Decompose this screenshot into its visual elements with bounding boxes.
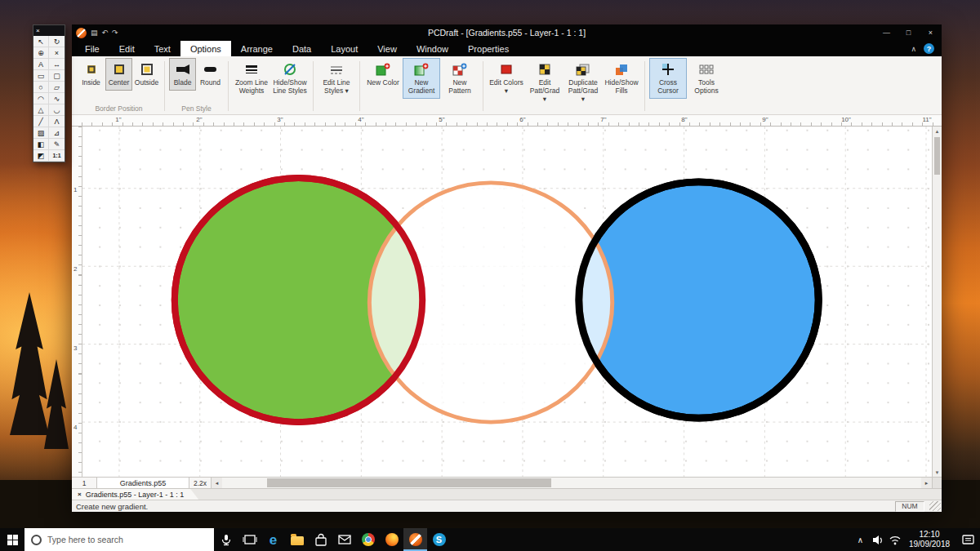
tray-expand-icon[interactable]: ∧ xyxy=(852,528,869,551)
edit-line-styles-button[interactable]: Edit Line Styles ▾ xyxy=(318,58,355,99)
clock[interactable]: 12:10 19/09/2018 xyxy=(903,528,956,551)
menu-arrange[interactable]: Arrange xyxy=(231,41,283,56)
rectangle-tool[interactable]: ▭ xyxy=(33,70,49,82)
menu-properties[interactable]: Properties xyxy=(458,41,519,56)
menu-data[interactable]: Data xyxy=(283,41,321,56)
inside-button[interactable]: Inside xyxy=(78,58,105,91)
outside-button[interactable]: Outside xyxy=(133,58,160,91)
vertical-scrollbar[interactable]: ▲ ▼ xyxy=(932,127,942,477)
scroll-up-icon[interactable]: ▲ xyxy=(933,127,942,136)
menu-window[interactable]: Window xyxy=(407,41,458,56)
menu-edit[interactable]: Edit xyxy=(109,41,145,56)
chrome-icon[interactable] xyxy=(356,528,380,551)
parallelogram-tool[interactable]: ▱ xyxy=(49,82,65,93)
store-icon[interactable] xyxy=(309,528,332,551)
new-pattern-button[interactable]: New Pattern xyxy=(441,58,479,99)
horizontal-scroll-track[interactable] xyxy=(222,478,921,488)
new-color-button[interactable]: New Color xyxy=(364,58,402,91)
close-tab-icon[interactable]: × xyxy=(78,491,82,498)
help-icon[interactable]: ? xyxy=(924,43,934,54)
menu-file[interactable]: File xyxy=(75,41,109,56)
fill-tool[interactable]: ◧ xyxy=(33,139,49,150)
tool-palette-titlebar[interactable]: × xyxy=(33,25,65,36)
dimension-tool[interactable]: ↔ xyxy=(49,59,65,70)
minimize-button[interactable]: — xyxy=(875,24,898,41)
task-view-icon[interactable] xyxy=(238,528,261,551)
start-button[interactable] xyxy=(0,528,24,551)
close-button[interactable]: × xyxy=(920,24,942,41)
maximize-button[interactable]: □ xyxy=(898,24,920,41)
drawing-canvas[interactable] xyxy=(82,127,932,477)
firefox-icon[interactable] xyxy=(380,528,403,551)
rotate-tool[interactable]: ↻ xyxy=(49,36,65,47)
app-window: ▤ ↶ ↷ PCDraft - [Gradients.p55 - Layer-1… xyxy=(72,24,942,512)
close-icon[interactable]: × xyxy=(36,28,40,34)
scroll-left-icon[interactable]: ◂ xyxy=(212,478,222,488)
ribbon-button-label: Edit Line Styles ▾ xyxy=(319,79,354,96)
horizontal-scroll-thumb[interactable] xyxy=(267,478,551,487)
zoom-level[interactable]: 2.2x xyxy=(189,478,212,488)
center-button[interactable]: Center xyxy=(105,58,132,91)
rounded-rectangle-tool[interactable]: ▢ xyxy=(49,70,65,82)
eyedropper-tool[interactable]: ✎ xyxy=(49,139,65,150)
freehand-tool[interactable]: ∿ xyxy=(49,93,65,104)
vertical-scroll-thumb[interactable] xyxy=(934,137,940,175)
gradient-tool[interactable]: ◩ xyxy=(33,150,49,162)
zoom-tool[interactable]: ⊕ xyxy=(33,47,49,59)
undo-icon[interactable]: ↶ xyxy=(102,29,109,37)
menu-text[interactable]: Text xyxy=(145,41,180,56)
mail-icon[interactable] xyxy=(332,528,356,551)
polyline-tool[interactable]: Λ xyxy=(49,116,65,127)
round-button[interactable]: Round xyxy=(197,58,224,91)
edge-icon[interactable]: e xyxy=(261,528,285,551)
text-tool[interactable]: A xyxy=(33,59,49,70)
zoom-line-weights-button[interactable]: Zoom Line Weights xyxy=(233,58,270,99)
pointer-tool[interactable]: ↖ xyxy=(33,36,49,47)
page-indicator[interactable]: 1 xyxy=(72,478,97,488)
ellipse-tool[interactable]: ○ xyxy=(33,82,49,93)
scale-tool[interactable]: × xyxy=(49,47,65,59)
layer-tab[interactable]: × Gradients.p55 - Layer-1 - 1 : 1 xyxy=(72,489,198,500)
scroll-down-icon[interactable]: ▼ xyxy=(933,468,942,477)
bezier-tool[interactable]: ◡ xyxy=(49,104,65,116)
duplicate-patt-grad-button[interactable]: Duplicate Patt/Grad ▾ xyxy=(564,58,602,106)
menu-view[interactable]: View xyxy=(368,41,407,56)
collapse-ribbon-icon[interactable]: ∧ xyxy=(911,45,916,53)
hatch-tool[interactable]: ▨ xyxy=(33,127,49,139)
search-input[interactable]: Type here to search xyxy=(24,528,214,551)
skype-icon[interactable]: S xyxy=(427,528,451,551)
document-tab[interactable]: Gradients.p55 xyxy=(97,478,189,488)
resize-grip[interactable] xyxy=(929,501,941,511)
cross-cursor-button[interactable]: Cross Cursor xyxy=(649,58,687,99)
ruler-label: 3" xyxy=(277,116,283,123)
hide-show-fills-button[interactable]: Hide/Show Fills xyxy=(603,58,640,99)
redo-icon[interactable]: ↷ xyxy=(112,29,118,37)
titlebar[interactable]: ▤ ↶ ↷ PCDraft - [Gradients.p55 - Layer-1… xyxy=(72,24,942,41)
document-icon[interactable]: ▤ xyxy=(91,29,98,37)
ribbon-button-label: Edit Patt/Grad ▾ xyxy=(528,79,562,103)
pcdraft-icon[interactable] xyxy=(403,528,427,551)
file-explorer-icon[interactable] xyxy=(285,528,309,551)
ribbon-group-caption: Pen Style xyxy=(169,104,224,114)
line-tool[interactable]: ╱ xyxy=(33,116,49,127)
tools-options-button[interactable]: Tools Options xyxy=(688,58,725,99)
blade-button[interactable]: Blade xyxy=(169,58,196,91)
network-icon[interactable] xyxy=(886,528,903,551)
ruler-label: 1 xyxy=(74,186,77,193)
microphone-icon[interactable] xyxy=(214,528,238,551)
edit-colors-button[interactable]: Edit Colors ▾ xyxy=(488,58,525,99)
new-gradient-button[interactable]: New Gradient xyxy=(403,58,440,99)
edit-patt-grad-button[interactable]: Edit Patt/Grad ▾ xyxy=(526,58,564,106)
scroll-right-icon[interactable]: ▸ xyxy=(921,478,932,488)
action-center-icon[interactable] xyxy=(956,528,980,551)
app-logo-icon[interactable] xyxy=(76,28,87,38)
hide-show-line-styles-button[interactable]: Hide/Show Line Styles xyxy=(271,58,309,99)
actual-size-tool[interactable]: 1:1 xyxy=(49,150,65,162)
polygon-tool[interactable]: △ xyxy=(33,104,49,116)
arc-tool[interactable]: ◠ xyxy=(33,93,49,104)
perpendicular-tool[interactable]: ⊿ xyxy=(49,127,65,139)
menu-options[interactable]: Options xyxy=(180,41,231,56)
border-inside-icon xyxy=(82,61,100,78)
menu-layout[interactable]: Layout xyxy=(321,41,368,56)
volume-icon[interactable] xyxy=(869,528,886,551)
